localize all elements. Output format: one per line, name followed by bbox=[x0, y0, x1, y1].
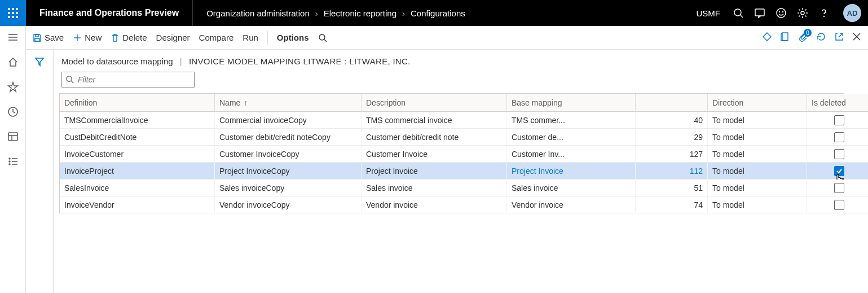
cell-base-mapping[interactable]: Vendor invoice bbox=[507, 196, 636, 213]
cell-name[interactable]: Sales invoiceCopy bbox=[215, 180, 362, 196]
table-row[interactable]: InvoiceProjectProject InvoiceCopyProject… bbox=[60, 163, 844, 180]
cell-base-mapping-num[interactable]: 40 bbox=[636, 112, 708, 129]
cell-base-mapping[interactable]: Project Invoice bbox=[507, 163, 636, 180]
cell-direction[interactable]: To model bbox=[708, 163, 807, 180]
cell-description[interactable]: TMS commercial invoice bbox=[362, 112, 507, 129]
compare-button[interactable]: Compare bbox=[199, 33, 234, 42]
cell-name[interactable]: Project InvoiceCopy bbox=[215, 163, 362, 180]
filter-pane-toggle[interactable] bbox=[26, 50, 53, 293]
col-description[interactable]: Description bbox=[362, 94, 507, 112]
table-row[interactable]: SalesInvoiceSales invoiceCopySales invoi… bbox=[60, 180, 844, 196]
messages-icon[interactable] bbox=[754, 7, 765, 19]
chevron-right-icon: › bbox=[315, 8, 318, 18]
grid-filter[interactable] bbox=[61, 72, 195, 88]
find-button[interactable] bbox=[318, 33, 327, 42]
cell-name[interactable]: Customer InvoiceCopy bbox=[215, 146, 362, 163]
cell-direction[interactable]: To model bbox=[708, 196, 807, 213]
cell-direction[interactable]: To model bbox=[708, 146, 807, 163]
recent-clock-icon[interactable] bbox=[7, 106, 19, 117]
checkbox[interactable] bbox=[834, 200, 844, 210]
cell-description[interactable]: Sales invoice bbox=[362, 180, 507, 196]
col-base-mapping-number[interactable] bbox=[636, 94, 708, 112]
cell-is-deleted[interactable] bbox=[807, 129, 868, 146]
table-row[interactable]: InvoiceVendorVendor invoiceCopyVendor in… bbox=[60, 196, 844, 213]
checkbox[interactable] bbox=[834, 166, 844, 176]
cell-is-deleted[interactable] bbox=[807, 112, 868, 129]
search-icon[interactable] bbox=[733, 7, 744, 19]
feedback-smile-icon[interactable] bbox=[776, 7, 787, 19]
menu-icon[interactable] bbox=[7, 32, 19, 43]
checkbox[interactable] bbox=[834, 115, 844, 125]
col-direction[interactable]: Direction bbox=[708, 94, 807, 112]
save-button[interactable]: Save bbox=[33, 33, 64, 42]
table-row[interactable]: InvoiceCustomerCustomer InvoiceCopyCusto… bbox=[60, 146, 844, 163]
col-definition[interactable]: Definition bbox=[60, 94, 215, 112]
cell-description[interactable]: Vendor invoice bbox=[362, 196, 507, 213]
checkbox[interactable] bbox=[834, 183, 844, 193]
cell-is-deleted[interactable] bbox=[807, 163, 868, 180]
avatar[interactable]: AD bbox=[843, 4, 861, 22]
favorites-star-icon[interactable] bbox=[7, 81, 19, 93]
cell-name[interactable]: Customer debit/credit noteCopy bbox=[215, 129, 362, 146]
plus-icon bbox=[73, 33, 82, 42]
cell-definition[interactable]: TMSCommercialInvoice bbox=[60, 112, 215, 129]
table-row[interactable]: TMSCommercialInvoiceCommercial invoiceCo… bbox=[60, 112, 844, 129]
options-button[interactable]: Options bbox=[277, 33, 309, 42]
help-icon[interactable] bbox=[818, 7, 830, 19]
save-label: Save bbox=[45, 33, 64, 42]
settings-gear-icon[interactable] bbox=[797, 7, 808, 19]
modules-list-icon[interactable] bbox=[7, 156, 19, 167]
designer-button[interactable]: Designer bbox=[156, 33, 190, 42]
home-icon[interactable] bbox=[7, 56, 19, 68]
page-info-icon[interactable] bbox=[780, 32, 790, 43]
popout-icon[interactable] bbox=[834, 32, 844, 43]
app-launcher-button[interactable] bbox=[0, 0, 26, 26]
cell-description[interactable]: Project Invoice bbox=[362, 163, 507, 180]
col-is-deleted[interactable]: Is deleted bbox=[807, 94, 868, 112]
close-button[interactable] bbox=[852, 32, 861, 43]
related-links-icon[interactable] bbox=[762, 32, 772, 43]
breadcrumb-item[interactable]: Organization administration bbox=[206, 8, 310, 18]
checkbox[interactable] bbox=[834, 132, 844, 142]
cell-name[interactable]: Vendor invoiceCopy bbox=[215, 196, 362, 213]
filter-input[interactable] bbox=[77, 75, 194, 85]
cell-description[interactable]: Customer debit/credit note bbox=[362, 129, 507, 146]
cell-base-mapping-num[interactable]: 127 bbox=[636, 146, 708, 163]
cell-base-mapping[interactable]: Customer Inv... bbox=[507, 146, 636, 163]
cell-direction[interactable]: To model bbox=[708, 112, 807, 129]
cell-description[interactable]: Customer Invoice bbox=[362, 146, 507, 163]
svg-point-34 bbox=[319, 34, 325, 40]
refresh-icon[interactable] bbox=[816, 32, 826, 43]
breadcrumb-item[interactable]: Configurations bbox=[411, 8, 465, 18]
attachments-button[interactable]: 0 bbox=[798, 32, 808, 43]
cell-base-mapping-num[interactable]: 112 bbox=[636, 163, 708, 180]
col-base-mapping[interactable]: Base mapping bbox=[507, 94, 636, 112]
new-button[interactable]: New bbox=[73, 33, 102, 42]
cell-base-mapping-num[interactable]: 51 bbox=[636, 180, 708, 196]
cell-base-mapping[interactable]: Sales invoice bbox=[507, 180, 636, 196]
cell-definition[interactable]: InvoiceVendor bbox=[60, 196, 215, 213]
col-name[interactable]: Name↑ bbox=[215, 94, 362, 112]
cell-name[interactable]: Commercial invoiceCopy bbox=[215, 112, 362, 129]
table-row[interactable]: CustDebitCreditNoteCustomer debit/credit… bbox=[60, 129, 844, 146]
company-label[interactable]: USMF bbox=[697, 8, 721, 18]
workspaces-icon[interactable] bbox=[7, 131, 19, 142]
run-button[interactable]: Run bbox=[243, 33, 258, 42]
cell-base-mapping[interactable]: Customer de... bbox=[507, 129, 636, 146]
cell-base-mapping-num[interactable]: 29 bbox=[636, 129, 708, 146]
cell-base-mapping-num[interactable]: 74 bbox=[636, 196, 708, 213]
cell-definition[interactable]: SalesInvoice bbox=[60, 180, 215, 196]
cell-is-deleted[interactable] bbox=[807, 196, 868, 213]
cell-direction[interactable]: To model bbox=[708, 129, 807, 146]
cell-is-deleted[interactable] bbox=[807, 180, 868, 196]
cell-definition[interactable]: InvoiceCustomer bbox=[60, 146, 215, 163]
cell-direction[interactable]: To model bbox=[708, 180, 807, 196]
delete-button[interactable]: Delete bbox=[111, 33, 147, 42]
checkbox[interactable] bbox=[834, 149, 844, 159]
breadcrumb-item[interactable]: Electronic reporting bbox=[324, 8, 396, 18]
save-disk-icon bbox=[33, 33, 42, 42]
cell-is-deleted[interactable] bbox=[807, 146, 868, 163]
cell-definition[interactable]: InvoiceProject bbox=[60, 163, 215, 180]
cell-base-mapping[interactable]: TMS commer... bbox=[507, 112, 636, 129]
cell-definition[interactable]: CustDebitCreditNote bbox=[60, 129, 215, 146]
